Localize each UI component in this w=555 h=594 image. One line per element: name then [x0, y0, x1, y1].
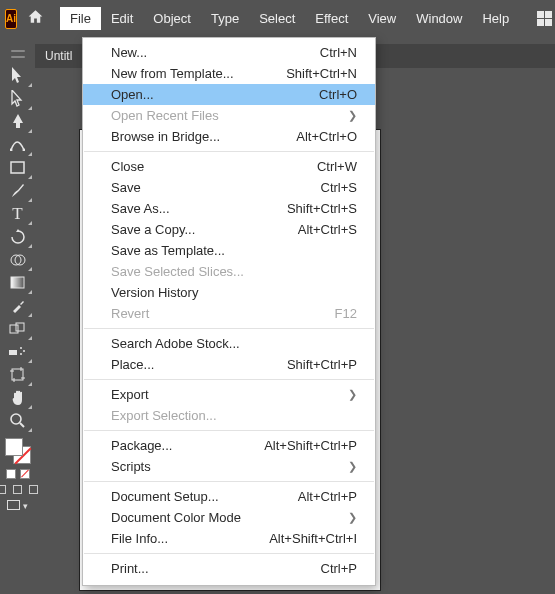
menuitem-export-selection: Export Selection... [83, 405, 375, 426]
menuitem-shortcut: Shift+Ctrl+P [287, 357, 357, 372]
menu-separator [84, 481, 374, 482]
menuitem-label: New... [111, 45, 147, 60]
menu-separator [84, 328, 374, 329]
document-tab-title: Untitl [45, 49, 72, 63]
tool-selection[interactable] [3, 64, 33, 87]
menuitem-label: Save Selected Slices... [111, 264, 244, 279]
menuitem-revert: RevertF12 [83, 303, 375, 324]
menuitem-label: New from Template... [111, 66, 234, 81]
submenu-arrow-icon: ❯ [348, 511, 357, 524]
tool-eyedropper[interactable] [3, 294, 33, 317]
menuitem-label: Document Color Mode [111, 510, 241, 525]
menuitem-save-as-template[interactable]: Save as Template... [83, 240, 375, 261]
menuitem-label: Save [111, 180, 141, 195]
menu-select[interactable]: Select [249, 7, 305, 30]
submenu-arrow-icon: ❯ [348, 388, 357, 401]
toolbox: T ▾ [0, 44, 35, 594]
app-badge: Ai [5, 9, 17, 29]
menuitem-label: Document Setup... [111, 489, 219, 504]
menu-separator [84, 151, 374, 152]
menuitem-save-selected-slices: Save Selected Slices... [83, 261, 375, 282]
menuitem-export[interactable]: Export❯ [83, 384, 375, 405]
menuitem-label: Revert [111, 306, 149, 321]
tool-type[interactable]: T [3, 202, 33, 225]
menuitem-shortcut: Ctrl+W [317, 159, 357, 174]
menuitem-label: Save As... [111, 201, 170, 216]
tool-direct-selection[interactable] [3, 87, 33, 110]
menuitem-open[interactable]: Open...Ctrl+O [83, 84, 375, 105]
menuitem-place[interactable]: Place...Shift+Ctrl+P [83, 354, 375, 375]
menuitem-new-from-template[interactable]: New from Template...Shift+Ctrl+N [83, 63, 375, 84]
tool-symbol-sprayer[interactable] [3, 340, 33, 363]
menuitem-open-recent-files: Open Recent Files❯ [83, 105, 375, 126]
menuitem-label: Save a Copy... [111, 222, 195, 237]
default-fill-stroke-icon[interactable] [3, 469, 33, 479]
tool-curvature[interactable] [3, 133, 33, 156]
tool-pen[interactable] [3, 110, 33, 133]
menuitem-document-setup[interactable]: Document Setup...Alt+Ctrl+P [83, 486, 375, 507]
workspace-switcher[interactable]: ▾ [531, 9, 555, 28]
svg-rect-5 [11, 277, 24, 288]
tool-paintbrush[interactable] [3, 179, 33, 202]
menuitem-new[interactable]: New...Ctrl+N [83, 42, 375, 63]
menu-separator [84, 553, 374, 554]
svg-point-10 [23, 350, 25, 352]
menuitem-shortcut: Ctrl+S [321, 180, 357, 195]
draw-modes[interactable] [0, 485, 38, 494]
tool-blend[interactable] [3, 317, 33, 340]
menu-edit[interactable]: Edit [101, 7, 143, 30]
menuitem-label: Package... [111, 438, 172, 453]
menuitem-save-as[interactable]: Save As...Shift+Ctrl+S [83, 198, 375, 219]
tool-gradient[interactable] [3, 271, 33, 294]
menuitem-package[interactable]: Package...Alt+Shift+Ctrl+P [83, 435, 375, 456]
menu-file[interactable]: File [60, 7, 101, 30]
menu-type[interactable]: Type [201, 7, 249, 30]
menu-view[interactable]: View [358, 7, 406, 30]
menuitem-version-history[interactable]: Version History [83, 282, 375, 303]
menu-effect[interactable]: Effect [305, 7, 358, 30]
menuitem-shortcut: Alt+Shift+Ctrl+I [269, 531, 357, 546]
svg-rect-6 [10, 325, 18, 333]
menuitem-label: Save as Template... [111, 243, 225, 258]
menu-window[interactable]: Window [406, 7, 472, 30]
svg-rect-7 [16, 323, 24, 331]
menuitem-close[interactable]: CloseCtrl+W [83, 156, 375, 177]
menuitem-shortcut: Alt+Shift+Ctrl+P [264, 438, 357, 453]
menuitem-label: Open... [111, 87, 154, 102]
menuitem-document-color-mode[interactable]: Document Color Mode❯ [83, 507, 375, 528]
menu-object[interactable]: Object [143, 7, 201, 30]
svg-point-13 [11, 414, 21, 424]
toolbox-grip-icon[interactable] [11, 56, 25, 58]
menuitem-shortcut: Ctrl+O [319, 87, 357, 102]
menuitem-print[interactable]: Print...Ctrl+P [83, 558, 375, 579]
menuitem-browse-in-bridge[interactable]: Browse in Bridge...Alt+Ctrl+O [83, 126, 375, 147]
menuitem-shortcut: Shift+Ctrl+S [287, 201, 357, 216]
menuitem-search-adobe-stock[interactable]: Search Adobe Stock... [83, 333, 375, 354]
menuitem-label: Print... [111, 561, 149, 576]
tool-rectangle[interactable] [3, 156, 33, 179]
menuitem-label: Close [111, 159, 144, 174]
home-icon[interactable] [27, 9, 44, 28]
menuitem-save[interactable]: SaveCtrl+S [83, 177, 375, 198]
submenu-arrow-icon: ❯ [348, 460, 357, 473]
tool-artboard[interactable] [3, 363, 33, 386]
menu-help[interactable]: Help [472, 7, 519, 30]
menuitem-shortcut: Shift+Ctrl+N [286, 66, 357, 81]
toolbox-grip-icon[interactable] [11, 50, 25, 52]
menuitem-label: Export Selection... [111, 408, 217, 423]
fill-stroke-swatches[interactable] [3, 436, 33, 466]
tool-rotate[interactable] [3, 225, 33, 248]
menuitem-shortcut: Alt+Ctrl+S [298, 222, 357, 237]
menuitem-file-info[interactable]: File Info...Alt+Shift+Ctrl+I [83, 528, 375, 549]
menuitem-shortcut: F12 [335, 306, 357, 321]
tool-hand[interactable] [3, 386, 33, 409]
submenu-arrow-icon: ❯ [348, 109, 357, 122]
menuitem-label: Place... [111, 357, 154, 372]
menuitem-save-a-copy[interactable]: Save a Copy...Alt+Ctrl+S [83, 219, 375, 240]
tool-zoom[interactable] [3, 409, 33, 432]
screen-mode-button[interactable]: ▾ [7, 500, 28, 511]
menuitem-scripts[interactable]: Scripts❯ [83, 456, 375, 477]
tool-shape-builder[interactable] [3, 248, 33, 271]
menuitem-shortcut: Alt+Ctrl+P [298, 489, 357, 504]
menuitem-label: Open Recent Files [111, 108, 219, 123]
